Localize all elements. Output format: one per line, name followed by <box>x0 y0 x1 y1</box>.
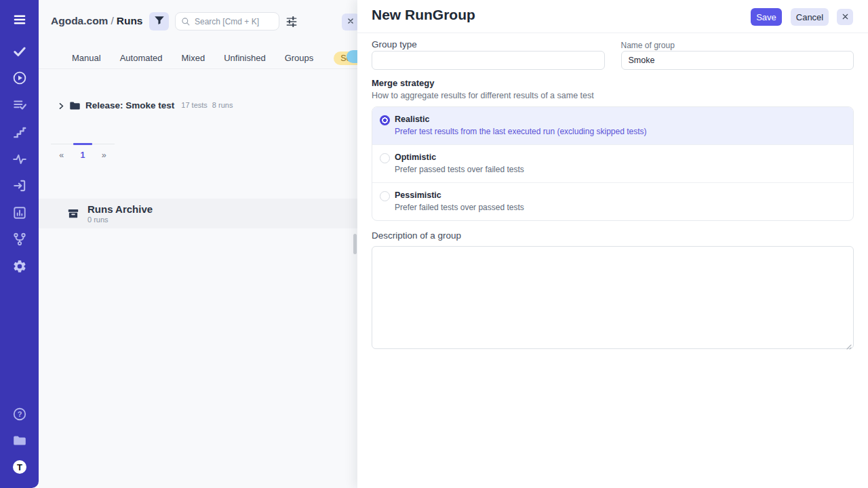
strategy-description: Prefer failed tests over passed tests <box>395 203 842 212</box>
activity-icon[interactable] <box>12 152 27 167</box>
scrollbar-thumb[interactable] <box>353 234 357 254</box>
archive-title: Runs Archive <box>87 204 153 215</box>
funnel-icon <box>153 14 165 29</box>
pagination-next[interactable]: » <box>94 144 115 160</box>
strategy-option-optimistic[interactable]: Optimistic Prefer passed tests over fail… <box>372 145 853 183</box>
tabs-divider <box>39 68 357 69</box>
radio-optimistic[interactable] <box>380 153 390 163</box>
radio-realistic[interactable] <box>380 115 390 125</box>
group-type-input[interactable] <box>372 51 605 70</box>
sliders-icon[interactable] <box>285 16 298 28</box>
list-check-icon[interactable] <box>12 98 27 113</box>
svg-text:T: T <box>17 462 22 472</box>
strategy-name: Optimistic <box>395 152 842 162</box>
tab-manual[interactable]: Manual <box>72 53 101 63</box>
tab-groups[interactable]: Groups <box>285 53 314 63</box>
name-of-group-label: Name of group <box>621 39 854 51</box>
help-icon[interactable]: ? <box>12 407 27 422</box>
breadcrumb-page: Runs <box>117 15 143 26</box>
search-icon <box>181 17 191 26</box>
sidebar: ? T <box>0 0 39 488</box>
new-rungroup-panel: New RunGroup Save Cancel Group type Name… <box>357 0 868 488</box>
group-type-label: Group type <box>372 39 605 51</box>
filter-button[interactable] <box>149 12 169 30</box>
menu-icon[interactable] <box>12 12 27 27</box>
steps-icon[interactable] <box>12 125 27 140</box>
archive-count: 0 runs <box>87 216 153 224</box>
run-group-tests-count: 17 tests <box>181 101 208 109</box>
name-of-group-input[interactable] <box>621 51 854 70</box>
breadcrumb-project[interactable]: Agoda.com <box>51 15 108 26</box>
resize-handle-icon[interactable] <box>845 340 852 347</box>
rungroup-form: Group type Name of group Merge strategy … <box>357 33 868 349</box>
bar-chart-icon[interactable] <box>12 205 27 220</box>
clipped-badge[interactable] <box>347 50 357 63</box>
strategy-option-realistic[interactable]: Realistic Prefer test results from the l… <box>372 107 853 145</box>
runs-archive-row[interactable]: Runs Archive 0 runs <box>39 199 357 228</box>
run-group-runs-count: 8 runs <box>212 101 233 109</box>
strategy-name: Pessimistic <box>395 190 842 200</box>
chevron-right-icon[interactable] <box>57 101 66 110</box>
panel-header: New RunGroup Save Cancel <box>357 0 868 33</box>
user-avatar[interactable]: T <box>12 460 27 474</box>
filter-tabs: Manual Automated Mixed Unfinished Groups… <box>39 47 357 68</box>
run-group-title: Release: Smoke test <box>85 100 174 110</box>
save-button[interactable]: Save <box>751 8 782 26</box>
settings-gear-icon[interactable] <box>12 259 27 274</box>
cancel-button[interactable]: Cancel <box>791 8 829 26</box>
archive-box-icon <box>67 207 79 220</box>
tab-mixed[interactable]: Mixed <box>182 53 205 63</box>
close-icon <box>346 16 355 28</box>
close-button[interactable] <box>837 9 853 25</box>
runs-list-panel: Agoda.com/Runs Manual Automated Mixed Un… <box>39 0 357 488</box>
pagination-prev[interactable]: « <box>51 144 72 160</box>
strategy-name: Realistic <box>395 115 842 124</box>
breadcrumb-separator: / <box>108 15 116 26</box>
merge-strategy-options: Realistic Prefer test results from the l… <box>372 106 854 221</box>
strategy-description: Prefer passed tests over failed tests <box>395 165 842 174</box>
pagination-page-1[interactable]: 1 <box>72 144 93 160</box>
check-icon[interactable] <box>12 44 27 59</box>
search-input[interactable] <box>195 17 273 26</box>
merge-strategy-label: Merge strategy <box>372 78 854 88</box>
search-box <box>175 12 279 30</box>
svg-text:?: ? <box>17 410 22 418</box>
pagination: « 1 » <box>51 144 115 160</box>
run-group-row[interactable]: Release: Smoke test 17 tests 8 runs <box>39 96 357 114</box>
git-fork-icon[interactable] <box>12 232 27 247</box>
play-circle-icon[interactable] <box>12 70 27 85</box>
tab-unfinished[interactable]: Unfinished <box>224 53 265 63</box>
description-label: Description of a group <box>372 230 854 242</box>
close-icon <box>842 12 849 22</box>
breadcrumb: Agoda.com/Runs <box>51 15 142 27</box>
app-window: ? T Agoda.com/Runs Ma <box>0 0 868 488</box>
radio-pessimistic[interactable] <box>380 191 390 201</box>
folder-icon <box>69 100 81 110</box>
strategy-option-pessimistic[interactable]: Pessimistic Prefer failed tests over pas… <box>372 183 853 220</box>
description-textarea[interactable] <box>372 246 854 349</box>
header-actions: Save Cancel <box>751 8 853 26</box>
strategy-description: Prefer test results from the last execut… <box>395 127 842 136</box>
panel-close-button[interactable] <box>342 14 357 30</box>
merge-strategy-help: How to aggregate results for different r… <box>372 91 854 100</box>
projects-folder-icon[interactable] <box>12 433 27 448</box>
page-title: New RunGroup <box>372 7 475 23</box>
tab-automated[interactable]: Automated <box>120 53 163 63</box>
sign-in-icon[interactable] <box>12 178 27 193</box>
